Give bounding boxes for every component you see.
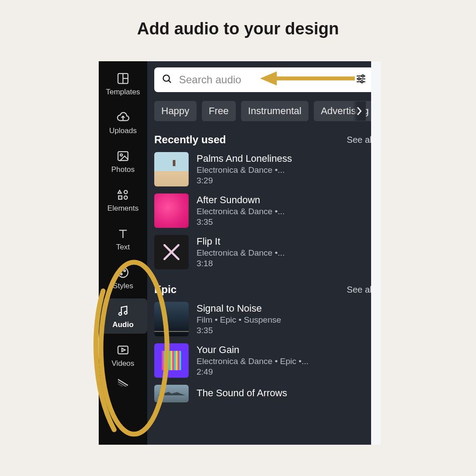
track-item[interactable]: The Sound of Arrows (154, 385, 374, 402)
track-cover (154, 235, 189, 269)
sidebar-item-label: Uploads (99, 126, 147, 135)
audio-panel: Happy Free Instrumental Advertising Rece… (147, 61, 381, 445)
chip-happy[interactable]: Happy (154, 101, 197, 121)
elements-icon (99, 188, 147, 201)
see-all-link[interactable]: See all (347, 135, 374, 145)
track-item[interactable]: Your Gain Electronica & Dance • Epic •..… (154, 343, 374, 378)
chips-scroll-right[interactable] (353, 101, 366, 121)
track-duration: 3:29 (197, 176, 292, 186)
svg-point-16 (124, 312, 127, 314)
track-meta: Electronica & Dance • Epic •... (197, 357, 309, 366)
svg-point-27 (358, 78, 360, 80)
track-info: Your Gain Electronica & Dance • Epic •..… (197, 344, 309, 377)
sidebar-item-uploads[interactable]: Uploads (99, 104, 147, 140)
track-duration: 3:35 (197, 217, 285, 227)
track-duration: 3:18 (197, 259, 285, 268)
track-meta: Film • Epic • Suspense (197, 315, 281, 325)
track-cover (154, 343, 189, 378)
left-sidebar: Templates Uploads Photos Elements Text (99, 61, 147, 445)
track-item[interactable]: Palms And Loneliness Electronica & Dance… (154, 152, 374, 186)
filter-chips: Happy Free Instrumental Advertising (154, 101, 374, 121)
track-title: Palms And Loneliness (197, 153, 292, 164)
track-meta: Electronica & Dance •... (197, 248, 285, 258)
sidebar-item-label: Styles (99, 282, 147, 290)
section-title: Recently used (154, 134, 226, 146)
svg-point-8 (124, 196, 128, 200)
section-header-recently-used: Recently used See all (154, 134, 374, 146)
track-info: Signal to Noise Film • Epic • Suspense 3… (197, 303, 281, 335)
chip-free[interactable]: Free (202, 101, 236, 121)
svg-point-5 (120, 154, 123, 156)
track-title: After Sundown (197, 194, 285, 206)
track-cover (154, 152, 189, 186)
section-header-epic: Epic See all (154, 283, 374, 296)
sidebar-item-label: Text (99, 243, 147, 252)
text-icon (99, 227, 147, 240)
uploads-icon (99, 111, 147, 124)
svg-point-13 (124, 270, 126, 271)
svg-point-14 (120, 273, 122, 275)
sidebar-item-videos[interactable]: Videos (99, 337, 147, 372)
track-meta: Electronica & Dance •... (197, 207, 285, 216)
audio-icon (99, 305, 147, 318)
svg-point-6 (124, 190, 128, 194)
track-cover (154, 385, 189, 402)
svg-point-25 (362, 75, 364, 77)
sidebar-item-audio[interactable]: Audio (99, 298, 147, 334)
track-cover (154, 302, 189, 336)
templates-icon (99, 72, 147, 85)
track-title: Signal to Noise (197, 303, 281, 314)
track-title: Flip It (197, 236, 285, 247)
section-title: Epic (154, 283, 177, 296)
more-icon (99, 378, 147, 387)
editor-panel: Templates Uploads Photos Elements Text (99, 61, 381, 445)
sliders-icon[interactable] (355, 73, 367, 86)
photos-icon (99, 149, 147, 163)
track-item[interactable]: Signal to Noise Film • Epic • Suspense 3… (154, 302, 374, 336)
sidebar-item-styles[interactable]: Styles (99, 260, 147, 295)
see-all-link[interactable]: See all (347, 285, 374, 295)
sidebar-item-label: Templates (99, 88, 147, 97)
sidebar-item-templates[interactable]: Templates (99, 66, 147, 101)
styles-icon (99, 266, 147, 279)
svg-point-12 (120, 270, 122, 271)
track-item[interactable]: After Sundown Electronica & Dance •... 3… (154, 193, 374, 228)
page-title: Add audio to your design (0, 19, 476, 38)
svg-rect-17 (118, 346, 128, 354)
track-title: Your Gain (197, 344, 309, 356)
svg-point-29 (361, 81, 363, 83)
sidebar-item-elements[interactable]: Elements (99, 182, 147, 217)
sidebar-item-label: Audio (99, 320, 147, 329)
track-duration: 2:49 (197, 367, 309, 377)
search-input[interactable] (178, 73, 355, 86)
sidebar-item-label: Elements (99, 204, 147, 213)
track-info: Flip It Electronica & Dance •... 3:18 (197, 236, 285, 268)
sidebar-item-label: Photos (99, 165, 147, 174)
track-info: After Sundown Electronica & Dance •... 3… (197, 194, 285, 227)
track-item[interactable]: Flip It Electronica & Dance •... 3:18 (154, 235, 374, 269)
track-cover (154, 193, 189, 228)
videos-icon (99, 343, 147, 357)
track-duration: 3:35 (197, 326, 281, 335)
chip-instrumental[interactable]: Instrumental (241, 101, 309, 121)
search-bar[interactable] (154, 67, 374, 92)
sidebar-item-label: Videos (99, 359, 147, 368)
sidebar-item-text[interactable]: Text (99, 221, 147, 256)
sidebar-item-photos[interactable]: Photos (99, 143, 147, 178)
svg-rect-7 (119, 196, 122, 200)
svg-point-11 (118, 268, 128, 278)
svg-marker-18 (122, 348, 126, 352)
sidebar-item-more[interactable] (99, 376, 147, 394)
search-icon (161, 73, 173, 86)
svg-point-22 (163, 75, 169, 81)
svg-line-23 (168, 80, 171, 82)
svg-rect-4 (118, 152, 128, 160)
track-info: The Sound of Arrows (197, 387, 287, 400)
svg-point-15 (119, 312, 122, 315)
track-title: The Sound of Arrows (197, 387, 287, 399)
track-info: Palms And Loneliness Electronica & Dance… (197, 153, 292, 186)
canvas-area (371, 61, 381, 445)
track-meta: Electronica & Dance •... (197, 165, 292, 175)
